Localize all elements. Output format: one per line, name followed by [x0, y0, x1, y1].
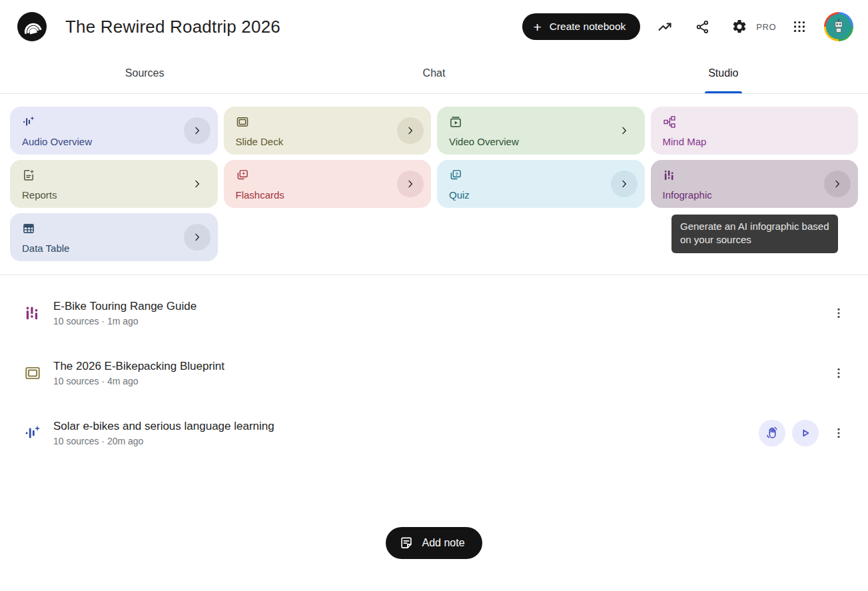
app-header: The Rewired Roadtrip 2026 + Create noteb…	[0, 0, 868, 53]
note-title: Solar e-bikes and serious language learn…	[53, 420, 759, 433]
tab-sources-label: Sources	[125, 67, 165, 79]
user-avatar[interactable]	[824, 12, 853, 41]
slide-deck-icon	[24, 364, 41, 382]
card-label: Mind Map	[663, 136, 848, 147]
infographic-tooltip: Generate an AI infographic based on your…	[671, 215, 838, 253]
card-label: Data Table	[22, 243, 207, 254]
card-label: Slide Deck	[236, 136, 421, 147]
note-title: The 2026 E-Bikepacking Blueprint	[53, 360, 825, 373]
card-label: Infographic	[663, 189, 848, 201]
card-slide-deck[interactable]: Slide Deck	[224, 107, 432, 155]
list-item-infographic[interactable]: E-Bike Touring Range Guide 10 sources · …	[0, 283, 868, 343]
card-quiz[interactable]: Quiz	[437, 160, 645, 208]
list-item-audio-overview[interactable]: Solar e-bikes and serious language learn…	[0, 403, 868, 463]
note-meta: 10 sources · 4m ago	[53, 376, 825, 386]
audio-waveform-sparkle-icon	[24, 424, 41, 442]
card-label: Audio Overview	[22, 136, 207, 147]
card-label: Quiz	[449, 189, 634, 201]
add-note-container: Add note	[0, 527, 868, 559]
tab-studio[interactable]: Studio	[579, 53, 868, 93]
card-data-table[interactable]: Data Table	[10, 213, 218, 261]
note-meta: 10 sources · 20m ago	[53, 436, 759, 446]
more-options-icon[interactable]	[827, 420, 851, 446]
slide-deck-icon	[236, 115, 249, 129]
create-notebook-label: Create notebook	[550, 21, 626, 33]
card-label: Reports	[22, 189, 207, 201]
note-text: The 2026 E-Bikepacking Blueprint 10 sour…	[53, 360, 825, 386]
card-video-overview[interactable]: Video Overview	[437, 107, 645, 155]
video-overview-icon	[449, 115, 462, 129]
more-options-icon[interactable]	[827, 300, 851, 326]
create-notebook-button[interactable]: + Create notebook	[522, 13, 640, 40]
apps-grid-icon[interactable]	[784, 13, 815, 40]
settings-gear-icon[interactable]	[724, 13, 755, 40]
note-actions	[825, 300, 851, 326]
chevron-right-button[interactable]	[184, 117, 211, 144]
active-tab-underline	[705, 91, 742, 93]
list-item-slide-deck[interactable]: The 2026 E-Bikepacking Blueprint 10 sour…	[0, 343, 868, 403]
interactive-mode-hand-icon[interactable]	[759, 420, 785, 446]
notebook-title[interactable]: The Rewired Roadtrip 2026	[65, 17, 522, 37]
note-icon	[399, 536, 414, 550]
tab-studio-label: Studio	[708, 67, 738, 79]
more-options-icon[interactable]	[827, 360, 851, 386]
note-meta: 10 sources · 1m ago	[53, 316, 825, 326]
chevron-right-button[interactable]	[824, 171, 851, 197]
audio-waveform-sparkle-icon	[22, 115, 35, 129]
data-table-icon	[22, 222, 35, 235]
panel-tabs: Sources Chat Studio	[0, 53, 868, 94]
card-reports[interactable]: Reports	[10, 160, 218, 208]
card-mind-map[interactable]: Mind Map	[651, 107, 859, 155]
flashcards-icon	[236, 169, 249, 182]
chevron-right-button[interactable]	[184, 224, 211, 251]
play-audio-button[interactable]	[792, 420, 819, 446]
pro-badge: PRO	[756, 22, 776, 32]
card-infographic[interactable]: Infographic	[651, 160, 859, 208]
report-sparkle-icon	[22, 169, 35, 182]
infographic-bars-icon	[663, 169, 676, 182]
header-actions: + Create notebook PRO	[522, 12, 853, 41]
note-actions	[825, 360, 851, 386]
mind-map-icon	[663, 115, 676, 129]
avatar-robot-image	[826, 14, 851, 39]
tab-chat[interactable]: Chat	[289, 53, 578, 93]
chevron-right-button[interactable]	[611, 171, 638, 197]
tab-sources[interactable]: Sources	[0, 53, 289, 93]
note-text: Solar e-bikes and serious language learn…	[53, 420, 759, 446]
tab-chat-label: Chat	[423, 67, 446, 79]
add-note-label: Add note	[422, 537, 464, 549]
note-title: E-Bike Touring Range Guide	[53, 300, 825, 313]
studio-output-list: E-Bike Touring Range Guide 10 sources · …	[0, 275, 868, 463]
chevron-right-button[interactable]	[397, 171, 424, 197]
chevron-right-button[interactable]	[397, 117, 424, 144]
note-text: E-Bike Touring Range Guide 10 sources · …	[53, 300, 825, 326]
card-label: Flashcards	[236, 189, 421, 201]
add-note-button[interactable]: Add note	[386, 527, 482, 559]
chevron-right-button[interactable]	[611, 117, 638, 144]
card-label: Video Overview	[449, 136, 634, 147]
notebooklm-app: The Rewired Roadtrip 2026 + Create noteb…	[0, 0, 868, 591]
share-icon[interactable]	[687, 13, 717, 40]
card-flashcards[interactable]: Flashcards	[224, 160, 432, 208]
plus-icon: +	[533, 20, 541, 34]
card-audio-overview[interactable]: Audio Overview	[10, 107, 218, 155]
note-actions	[759, 420, 851, 446]
notebooklm-logo-icon[interactable]	[17, 12, 47, 41]
quiz-icon	[449, 169, 462, 182]
trending-up-icon[interactable]	[650, 13, 680, 40]
chevron-right-button[interactable]	[184, 171, 211, 197]
infographic-bars-icon	[24, 304, 41, 322]
